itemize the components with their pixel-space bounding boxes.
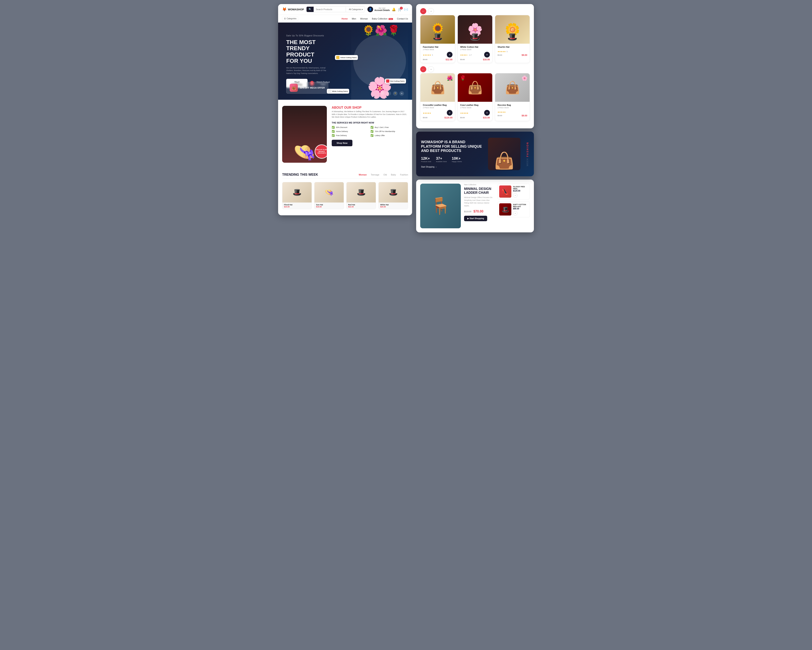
sidebar-product-name-2: SOFT COTTON RED HAT bbox=[513, 203, 528, 208]
offer-image: 👜 bbox=[290, 84, 298, 92]
cart-button[interactable]: 🛒 1 bbox=[398, 8, 402, 11]
bag-row-1: ★★★★★ + bbox=[423, 110, 452, 116]
prev-hat-button[interactable]: ← bbox=[420, 8, 426, 14]
nav: ☰ Categories Home Men Woman Baby Collect… bbox=[278, 15, 412, 23]
trending-grid: 🎩 Floral Hat $24.00 👒 Sun Hat $18.00 🎩 R… bbox=[282, 182, 408, 209]
nav-men[interactable]: Men bbox=[352, 17, 356, 20]
account-text: My User Account Details bbox=[374, 7, 390, 12]
bag-name-2: Cow Leather Bag bbox=[460, 104, 490, 106]
sidebar-product-image-2: 🎩 bbox=[499, 203, 511, 216]
nav-baby[interactable]: Baby Collection New bbox=[372, 17, 393, 20]
sidebar-product-1: 👠 GLOSSY RED HEEL $120.00 → bbox=[498, 184, 530, 199]
product-price-2: $18.00 bbox=[316, 206, 342, 208]
hero-subtitle: Sale Up To 50% Biggest Discounts bbox=[286, 35, 331, 37]
bag-price-row-2: $9.00 $15.00 bbox=[460, 116, 490, 119]
nav-home[interactable]: Home bbox=[342, 17, 348, 20]
logo-text: WOMASHOP bbox=[288, 8, 304, 11]
sidebar-product-btn-2[interactable]: → bbox=[513, 211, 517, 216]
shop-now-button[interactable]: Shop Now bbox=[332, 140, 353, 146]
account-button[interactable]: 👤 My User Account Details bbox=[368, 6, 390, 12]
thumb-yellow: Yellow Cutting Fabric bbox=[335, 55, 358, 60]
hat-price-row-3: $9.00 $9.00 bbox=[498, 54, 527, 56]
tab-old[interactable]: Old bbox=[383, 173, 387, 176]
tab-fashion[interactable]: Fashion bbox=[400, 173, 408, 176]
shop-main-button[interactable]: ▶ Start Shopping bbox=[464, 216, 487, 221]
shop-section: 🪑 New Collection MINIMAL DESIGN LADDER C… bbox=[416, 180, 534, 232]
hat-card-3: 🌼 🎩 Shartin Hat ★★★★★ 5 $9.00 $9.00 bbox=[495, 15, 530, 63]
categories-label: Categories bbox=[287, 17, 296, 20]
hat-name-3: Shartin Hat bbox=[498, 46, 527, 48]
search-button[interactable]: 🔍 bbox=[307, 7, 314, 12]
product-name-1: Floral Hat bbox=[284, 204, 310, 206]
next-bag-button[interactable]: → bbox=[428, 66, 434, 72]
hat-name-2: White Cotton Hat bbox=[460, 46, 490, 48]
notification-button[interactable]: 🔔 bbox=[392, 8, 396, 11]
category-select[interactable]: All Categories ▾ bbox=[346, 7, 365, 12]
nav-contact[interactable]: Contact Us bbox=[397, 17, 408, 20]
trending-product-2: 👒 Sun Hat $18.00 bbox=[314, 182, 344, 209]
hat-info-3: Shartin Hat ★★★★★ 5 $9.00 $9.00 bbox=[495, 44, 530, 58]
logo-icon: 🦊 bbox=[282, 7, 287, 12]
twitter-icon[interactable]: t bbox=[386, 91, 391, 96]
prev-bag-button[interactable]: ← bbox=[420, 66, 426, 72]
hero-title: THE MOST TRENDY PRODUCT FOR YOU bbox=[286, 39, 331, 64]
hat-row-2: ★★★★☆ 4.7 + bbox=[460, 52, 490, 58]
about-title: ABOUT OUR SHOP bbox=[332, 106, 408, 110]
product-name-2: Sun Hat bbox=[316, 204, 342, 206]
bag-image-3: 👜 🌸 bbox=[495, 73, 530, 102]
about-desc: At Womashop, We Believe In Selling The B… bbox=[332, 110, 408, 119]
tab-teenage[interactable]: Teenage bbox=[371, 173, 379, 176]
next-hat-button[interactable]: → bbox=[428, 8, 434, 14]
hero-section: Sale Up To 50% Biggest Discounts THE MOS… bbox=[278, 23, 412, 100]
brand-model: 👜 bbox=[488, 138, 520, 170]
sidebar-product-image-1: 👠 bbox=[499, 185, 511, 198]
brand-title: WOMASHOP IS A BRAND PLATFORM FOR SELLING… bbox=[421, 140, 484, 153]
sidebar-product-btn-1[interactable]: → bbox=[513, 193, 517, 198]
product-info-3: Red Hat $22.00 bbox=[346, 202, 376, 209]
product-image-4: 🎩 bbox=[379, 182, 408, 202]
message-button[interactable]: ✉️ bbox=[404, 8, 408, 11]
add-hat-1-button[interactable]: + bbox=[447, 52, 452, 58]
search-input[interactable] bbox=[314, 7, 346, 12]
trending-product-3: 🎩 Red Hat $22.00 bbox=[346, 182, 376, 209]
product-info-1: Floral Hat $24.00 bbox=[282, 202, 311, 209]
hat-info-2: White Cotton Hat 2 Piece Stock ★★★★☆ 4.7… bbox=[458, 44, 492, 63]
tab-baby[interactable]: Baby bbox=[391, 173, 396, 176]
bag-row-2: ★★★★★ + bbox=[460, 110, 490, 116]
instagram-icon[interactable]: 📸 bbox=[393, 91, 397, 96]
trending-header: TRENDING THIS WEEK Woman Teenage Old Bab… bbox=[282, 173, 408, 179]
brand-stats: 12K+ Products Sold 37+ Available Store 1… bbox=[421, 156, 484, 162]
hats-grid: 🌻 🎩 Fascinator Hat 2 Piece Stock ★★★★★ 5… bbox=[420, 15, 530, 63]
hero-model: 🌸 bbox=[351, 27, 408, 100]
linkedin-icon[interactable]: in bbox=[400, 91, 404, 96]
flower-decoration: 🌻🌺🌹 bbox=[362, 24, 400, 36]
tab-woman[interactable]: Woman bbox=[359, 173, 367, 176]
hat-nav-arrows: ← → bbox=[420, 8, 530, 14]
fashion-week-labels: FASHION WEEK bbox=[526, 142, 529, 166]
trending-section: TRENDING THIS WEEK Woman Teenage Old Bab… bbox=[278, 169, 412, 215]
bags-grid: 👜 🌺 Crocodile Leather Bag 2 Piece Stock … bbox=[420, 73, 530, 121]
categories-menu[interactable]: ☰ Categories bbox=[282, 17, 298, 21]
shop-price-new: $70.00 bbox=[473, 210, 483, 213]
brand-cta[interactable]: Start Shopping → bbox=[421, 166, 484, 168]
hat-sub-2: 2 Piece Stock bbox=[460, 49, 490, 50]
brand-section: WOMASHOP IS A BRAND PLATFORM FOR SELLING… bbox=[416, 132, 534, 176]
bag-card-3: 👜 🌸 Reccine Bag 2 Piece Stock ★★★★★ $9.0… bbox=[495, 73, 530, 121]
service-lottery: ✅ Lottery Offer bbox=[371, 134, 408, 137]
bag-card-1: 👜 🌺 Crocodile Leather Bag 2 Piece Stock … bbox=[420, 73, 455, 121]
add-bag-1-button[interactable]: + bbox=[447, 110, 452, 116]
stat-products: 12K+ Products Sold bbox=[421, 156, 431, 162]
bag-stars-2: ★★★★★ bbox=[460, 111, 468, 115]
hat-stars-2: ★★★★☆ 4.7 bbox=[460, 53, 472, 57]
add-hat-2-button[interactable]: + bbox=[484, 52, 490, 58]
add-bag-2-button[interactable]: + bbox=[484, 110, 490, 116]
stat-clients: 10K+ Happy Clients bbox=[452, 156, 462, 162]
check-icon-5: ✅ bbox=[332, 134, 335, 137]
shop-sidebar: 👠 GLOSSY RED HEEL $120.00 → 🎩 SOFT COTTO… bbox=[498, 184, 530, 228]
logo: 🦊 WOMASHOP bbox=[282, 7, 304, 12]
hat-price-row-1: $9.00 $12.00 bbox=[423, 58, 452, 61]
bag-name-1: Crocodile Leather Bag bbox=[423, 104, 452, 106]
check-icon-6: ✅ bbox=[371, 134, 374, 137]
nav-woman[interactable]: Woman bbox=[360, 17, 368, 20]
facebook-icon[interactable]: f bbox=[380, 91, 385, 96]
